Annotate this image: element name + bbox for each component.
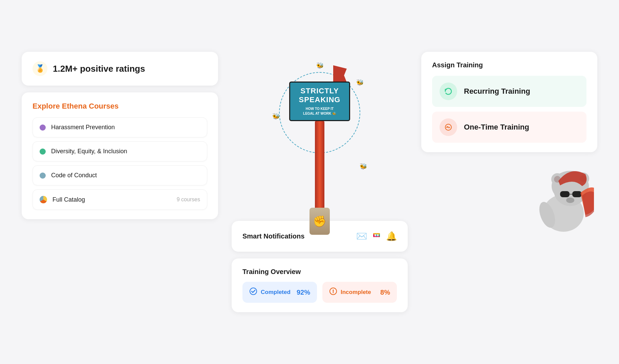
courses-title: Explore Ethena Courses	[33, 102, 207, 111]
course-item-dei[interactable]: Diversity, Equity, & Inclusion	[33, 141, 207, 161]
courses-title-brand: Ethena	[62, 102, 87, 110]
slack-icon	[372, 230, 381, 242]
assign-card: Assign Training Recurring Training	[421, 52, 597, 152]
bear-illustration	[421, 159, 597, 233]
completed-icon	[249, 287, 257, 297]
overview-title: Training Overview	[242, 268, 397, 276]
svg-point-7	[333, 292, 334, 293]
completed-label: Completed	[261, 289, 291, 296]
incomplete-label: Incomplete	[341, 289, 371, 296]
one-time-training-option[interactable]: One-Time Training	[432, 112, 586, 143]
recurring-icon-circle	[440, 83, 457, 100]
course-name-dei: Diversity, Equity, & Inclusion	[51, 148, 200, 155]
middle-column: 🐝 🐝 🐝 🐝 STRICTLY SPEAKING HOW TO KEEP IT…	[232, 52, 408, 312]
overview-stats: Completed 92% Incomplete 8%	[242, 282, 397, 303]
bee-4: 🐝	[272, 113, 280, 120]
sign-pole	[315, 121, 324, 209]
right-column: Assign Training Recurring Training	[421, 52, 597, 233]
left-column: 🏅 1.2M+ positive ratings Explore Ethena …	[22, 52, 218, 219]
course-name-harassment: Harassment Prevention	[51, 124, 200, 131]
dot-conduct	[40, 173, 46, 179]
bee-3: 🐝	[360, 163, 367, 170]
recurring-training-option[interactable]: Recurring Training	[432, 76, 586, 107]
ratings-text: 1.2M+ positive ratings	[53, 64, 145, 74]
sign-subtitle: HOW TO KEEP ITLEGAL AT WORK 🐝	[294, 107, 345, 116]
courses-title-prefix: Explore	[33, 102, 62, 110]
course-item-conduct[interactable]: Code of Conduct	[33, 165, 207, 185]
sign-line1: STRICTLY	[294, 87, 345, 95]
sign-illustration: 🐝 🐝 🐝 🐝 STRICTLY SPEAKING HOW TO KEEP IT…	[269, 52, 370, 214]
svg-point-21	[566, 198, 574, 203]
course-count-catalog: 9 courses	[177, 197, 200, 203]
svg-rect-19	[572, 191, 582, 197]
ratings-icon: 🏅	[33, 61, 47, 76]
dot-catalog	[40, 196, 47, 203]
svg-rect-3	[373, 233, 380, 234]
flag	[333, 65, 347, 82]
courses-title-suffix: Courses	[87, 102, 119, 110]
incomplete-pct: 8%	[380, 289, 390, 296]
one-time-icon-circle	[440, 118, 457, 136]
bee-2: 🐝	[356, 79, 364, 86]
course-item-catalog[interactable]: Full Catalog 9 courses	[33, 189, 207, 210]
sign-line2: SPEAKING	[294, 95, 345, 104]
one-time-training-label: One-Time Training	[464, 123, 529, 132]
notification-icons: ✉️ 🔔	[356, 230, 397, 242]
completed-stat: Completed 92%	[242, 282, 317, 303]
sign-board: STRICTLY SPEAKING HOW TO KEEP ITLEGAL AT…	[289, 82, 350, 121]
sign-hand: ✊	[310, 208, 330, 235]
ratings-card: 🏅 1.2M+ positive ratings	[22, 52, 218, 86]
bell-icon: 🔔	[386, 231, 397, 242]
completed-pct: 92%	[297, 289, 310, 296]
dot-dei	[40, 149, 46, 155]
assign-title: Assign Training	[432, 61, 586, 69]
svg-point-5	[250, 288, 257, 295]
email-icon: ✉️	[356, 231, 367, 242]
svg-rect-4	[373, 236, 380, 237]
bear-svg	[526, 159, 594, 233]
recurring-training-label: Recurring Training	[464, 87, 530, 96]
svg-rect-18	[560, 191, 570, 197]
overview-card: Training Overview Completed 92%	[232, 258, 408, 312]
course-item-harassment[interactable]: Harassment Prevention	[33, 117, 207, 137]
svg-point-10	[446, 127, 448, 128]
incomplete-icon	[329, 287, 337, 297]
page-wrapper: 🏅 1.2M+ positive ratings Explore Ethena …	[22, 52, 597, 312]
dot-harassment	[40, 124, 46, 131]
courses-card: Explore Ethena Courses Harassment Preven…	[22, 92, 218, 219]
incomplete-stat: Incomplete 8%	[322, 282, 397, 303]
course-name-catalog: Full Catalog	[52, 196, 171, 203]
course-name-conduct: Code of Conduct	[51, 172, 200, 179]
